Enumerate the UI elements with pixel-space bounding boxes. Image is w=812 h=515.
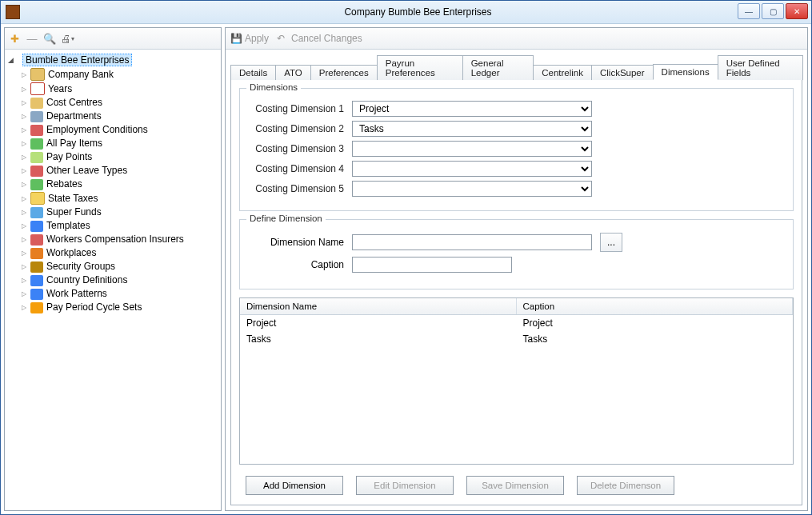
grid-header-name[interactable]: Dimension Name <box>240 298 517 314</box>
tree-item[interactable]: ▷Pay Points <box>6 150 219 164</box>
tab-payrun-preferences[interactable]: Payrun Preferences <box>377 55 463 80</box>
expand-icon[interactable]: ▷ <box>21 288 27 300</box>
caption-input[interactable] <box>352 257 512 273</box>
tree-item[interactable]: ▷Security Groups <box>6 260 219 273</box>
tree-item[interactable]: ▷Rebates <box>6 178 219 191</box>
collapse-icon[interactable]: ◢ <box>8 56 16 64</box>
add-icon[interactable]: ✚ <box>8 32 21 45</box>
tab-centrelink[interactable]: Centrelink <box>533 65 592 80</box>
costing-dimension-select[interactable] <box>352 141 592 157</box>
tab-ato[interactable]: ATO <box>275 65 311 80</box>
expand-icon[interactable]: ▷ <box>21 193 27 205</box>
expand-icon[interactable]: ▷ <box>21 261 27 273</box>
expand-icon[interactable]: ▷ <box>21 247 27 259</box>
tree-item-icon <box>30 207 43 218</box>
expand-icon[interactable]: ▷ <box>21 234 27 246</box>
expand-icon[interactable]: ▷ <box>21 69 27 81</box>
grid-row[interactable]: ProjectProject <box>240 315 793 331</box>
dimension-name-input[interactable] <box>352 234 592 250</box>
cancel-changes-button[interactable]: ↶ Cancel Changes <box>277 33 362 44</box>
tree-item[interactable]: ▷Work Patterns <box>6 287 219 301</box>
tree-item[interactable]: ▷Company Bank <box>6 67 219 82</box>
grid-row[interactable]: TasksTasks <box>240 331 793 347</box>
tree-item[interactable]: ▷State Taxes <box>6 191 219 206</box>
tab-clicksuper[interactable]: ClickSuper <box>591 65 654 80</box>
tree-item[interactable]: ▷Employment Conditions <box>6 123 219 137</box>
expand-icon[interactable]: ▷ <box>21 151 27 163</box>
expand-icon[interactable]: ▷ <box>21 138 27 150</box>
tree-item[interactable]: ▷Workers Compensation Insurers <box>6 233 219 246</box>
tree-item-icon <box>30 125 43 136</box>
print-icon[interactable]: 🖨▾ <box>61 32 74 45</box>
tree-item-label: Work Patterns <box>46 288 107 300</box>
costing-dimension-select[interactable] <box>352 161 592 177</box>
navigator-toolbar: ✚ — 🔍 🖨▾ <box>5 28 221 50</box>
dimensions-legend: Dimensions <box>246 82 301 92</box>
tree-item[interactable]: ▷Templates <box>6 219 219 233</box>
expand-icon[interactable]: ▷ <box>21 220 27 232</box>
define-legend: Define Dimension <box>246 214 326 223</box>
delete-dimension-button[interactable]: Delete Dimenson <box>577 476 674 495</box>
dimensions-group: Dimensions Costing Dimension 1ProjectCos… <box>239 88 794 211</box>
remove-icon[interactable]: — <box>26 32 38 45</box>
tree-root-label: Bumble Bee Enterprises <box>22 54 132 66</box>
costing-dimension-select[interactable] <box>352 181 592 197</box>
tree-item-label: Workplaces <box>46 247 96 259</box>
tree-item[interactable]: ▷Super Funds <box>6 206 219 219</box>
tab-preferences[interactable]: Preferences <box>310 65 378 80</box>
costing-dimension-select[interactable]: Project <box>352 101 592 117</box>
define-dimension-group: Define Dimension Dimension Name ... Capt… <box>239 219 794 289</box>
tree-item-label: Pay Period Cycle Sets <box>46 301 142 313</box>
tree-item[interactable]: ▷All Pay Items <box>6 137 219 150</box>
browse-button[interactable]: ... <box>600 233 622 252</box>
tab-details[interactable]: Details <box>230 65 276 80</box>
tree-item-label: Pay Points <box>46 151 92 163</box>
close-button[interactable]: ✕ <box>786 3 808 19</box>
costing-dimension-label: Costing Dimension 1 <box>248 103 344 114</box>
dimensions-grid[interactable]: Dimension Name Caption ProjectProjectTas… <box>239 297 794 465</box>
minimize-button[interactable]: — <box>738 3 760 19</box>
expand-icon[interactable]: ▷ <box>21 206 27 218</box>
tree-item-label: Company Bank <box>48 69 114 81</box>
tree-item-icon <box>30 221 43 232</box>
tree-item-icon <box>30 275 43 286</box>
tree-root[interactable]: ◢ Bumble Bee Enterprises <box>6 53 219 67</box>
tree-item-label: Rebates <box>46 178 82 190</box>
tree-item[interactable]: ▷Other Leave Types <box>6 164 219 178</box>
costing-dimension-select[interactable]: Tasks <box>352 121 592 137</box>
details-pane: 💾 Apply ↶ Cancel Changes DetailsATOPrefe… <box>225 27 808 511</box>
search-icon[interactable]: 🔍 <box>43 32 56 45</box>
tree-item-label: Other Leave Types <box>46 165 127 177</box>
edit-dimension-button[interactable]: Edit Dimension <box>356 476 454 495</box>
tree-item[interactable]: ▷Pay Period Cycle Sets <box>6 301 219 314</box>
grid-cell-caption: Tasks <box>517 331 794 347</box>
tab-user-defined-fields[interactable]: User Defined Fields <box>718 55 803 80</box>
expand-icon[interactable]: ▷ <box>21 165 27 177</box>
tree-item[interactable]: ▷Departments <box>6 110 219 123</box>
expand-icon[interactable]: ▷ <box>21 124 27 136</box>
tree-item-icon <box>30 289 43 300</box>
tree-item[interactable]: ▷Workplaces <box>6 246 219 260</box>
tab-general-ledger[interactable]: General Ledger <box>462 55 534 80</box>
apply-button[interactable]: 💾 Apply <box>230 33 269 44</box>
tree-item-label: Templates <box>46 220 90 232</box>
company-tree[interactable]: ◢ Bumble Bee Enterprises ▷Company Bank▷Y… <box>5 50 221 510</box>
grid-header-caption[interactable]: Caption <box>517 298 794 314</box>
maximize-button[interactable]: ▢ <box>762 3 784 19</box>
tree-item[interactable]: ▷Cost Centres <box>6 96 219 110</box>
expand-icon[interactable]: ▷ <box>21 110 27 122</box>
tree-item[interactable]: ▷Country Definitions <box>6 273 219 287</box>
save-dimension-button[interactable]: Save Dimension <box>466 476 564 495</box>
add-dimension-button[interactable]: Add Dimension <box>246 476 343 495</box>
expand-icon[interactable]: ▷ <box>21 301 27 313</box>
titlebar[interactable]: Company Bumble Bee Enterprises — ▢ ✕ <box>1 1 811 24</box>
tree-item[interactable]: ▷Years <box>6 82 219 96</box>
expand-icon[interactable]: ▷ <box>21 274 27 286</box>
expand-icon[interactable]: ▷ <box>21 178 27 190</box>
tree-item-label: Employment Conditions <box>46 124 148 136</box>
expand-icon[interactable]: ▷ <box>21 97 27 109</box>
expand-icon[interactable]: ▷ <box>21 83 27 95</box>
grid-header: Dimension Name Caption <box>240 298 793 315</box>
tab-dimensions[interactable]: Dimensions <box>653 64 718 80</box>
tree-item-icon <box>30 98 43 109</box>
